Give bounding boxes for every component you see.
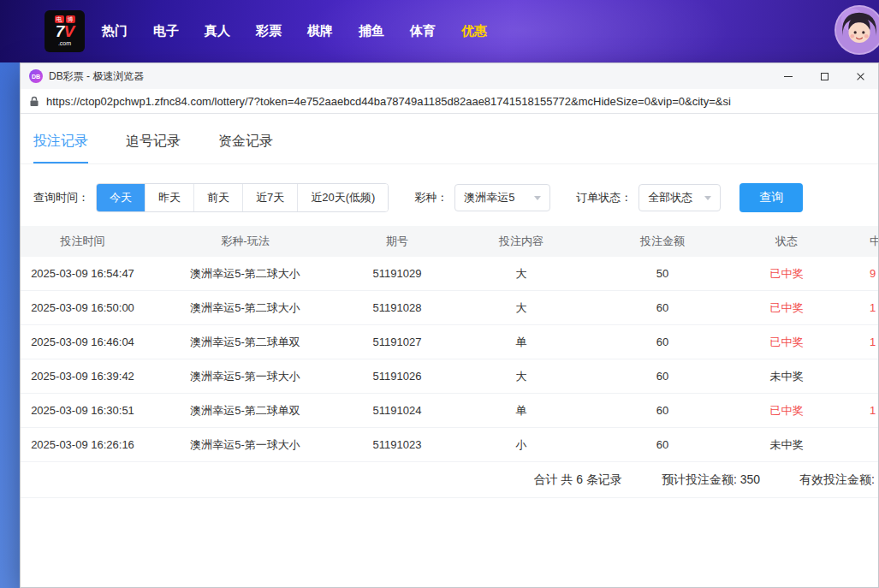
table-row: 2025-03-09 16:54:47 澳洲幸运5-第二球大小 51191029… — [21, 257, 878, 291]
issue-number: 51191026 — [346, 370, 448, 383]
bet-time: 2025-03-09 16:39:42 — [21, 370, 145, 383]
bet-amount: 50 — [594, 267, 731, 280]
summary-valid-amount: 有效投注金额: — [799, 472, 875, 488]
desktop-background: 电 博 7V .com 热门 电子 真人 彩票 棋牌 捕鱼 体育 优惠 — [0, 0, 879, 588]
nav-item-lottery[interactable]: 彩票 — [243, 23, 294, 39]
address-bar[interactable]: https://ctop02pchwp1.zfnc84.com/lottery/… — [21, 89, 878, 114]
status-badge: 未中奖 — [731, 369, 842, 384]
bet-content: 单 — [448, 335, 594, 350]
time-option-today[interactable]: 今天 — [97, 184, 146, 211]
issue-number: 51191023 — [346, 438, 448, 451]
bet-time: 2025-03-09 16:30:51 — [21, 404, 145, 417]
game-type: 澳洲幸运5-第二球单双 — [145, 335, 346, 350]
window-title: DB彩票 - 极速浏览器 — [49, 69, 144, 84]
bet-time: 2025-03-09 16:26:16 — [21, 438, 145, 451]
bet-time: 2025-03-09 16:46:04 — [21, 336, 145, 348]
filter-bar: 查询时间： 今天 昨天 前天 近7天 近20天(低频) 彩种： 澳洲幸运5 订单… — [33, 183, 865, 212]
table-row: 2025-03-09 16:30:51 澳洲幸运5-第二球单双 51191024… — [21, 394, 878, 428]
game-type: 澳洲幸运5-第一球大小 — [145, 369, 346, 384]
table-row: 2025-03-09 16:26:16 澳洲幸运5-第一球大小 51191023… — [21, 428, 878, 462]
nav-item-promo[interactable]: 优惠 — [448, 23, 500, 39]
header-issue: 期号 — [346, 234, 448, 249]
maximize-button[interactable] — [806, 63, 842, 89]
bet-amount: 60 — [594, 336, 731, 348]
bet-time: 2025-03-09 16:50:00 — [21, 301, 145, 314]
game-type: 澳洲幸运5-第二球大小 — [145, 266, 346, 282]
status-badge: 已中奖 — [731, 300, 842, 316]
lottery-filter-label: 彩种： — [414, 190, 448, 205]
summary-total-records: 合计 共 6 条记录 — [534, 472, 622, 488]
nav-item-sports[interactable]: 体育 — [397, 23, 448, 39]
summary-expected-amount: 预计投注金额: 350 — [662, 472, 760, 488]
logo-main-text: 7V — [56, 23, 74, 40]
summary-row: 合计 共 6 条记录 预计投注金额: 350 有效投注金额: — [21, 462, 878, 498]
lock-icon — [29, 96, 39, 107]
chevron-down-icon — [534, 196, 541, 200]
issue-number: 51191027 — [346, 336, 448, 348]
status-selected-value: 全部状态 — [648, 190, 692, 205]
avatar-illustration — [836, 7, 879, 53]
tab-fund-records[interactable]: 资金记录 — [218, 133, 273, 163]
time-option-20days[interactable]: 近20天(低频) — [298, 184, 388, 211]
brand-logo[interactable]: 电 博 7V .com — [45, 10, 85, 52]
tab-chase-records[interactable]: 追号记录 — [126, 133, 181, 163]
order-status-select[interactable]: 全部状态 — [638, 184, 721, 211]
order-status-label: 订单状态： — [576, 190, 632, 205]
issue-number: 51191024 — [346, 404, 448, 417]
avatar[interactable] — [834, 5, 879, 55]
prize-amount: 9 — [842, 267, 878, 280]
nav-item-cards[interactable]: 棋牌 — [294, 23, 346, 39]
lottery-select[interactable]: 澳洲幸运5 — [454, 184, 550, 211]
bet-amount: 60 — [594, 404, 731, 417]
header-game-type: 彩种-玩法 — [145, 234, 346, 249]
page-content: 投注记录 追号记录 资金记录 查询时间： 今天 昨天 前天 近7天 近20天(低… — [21, 114, 878, 587]
bet-content: 单 — [448, 403, 594, 419]
tab-bet-records[interactable]: 投注记录 — [33, 133, 88, 163]
window-titlebar[interactable]: DB DB彩票 - 极速浏览器 — [21, 63, 878, 89]
status-badge: 已中奖 — [731, 403, 842, 419]
game-type: 澳洲幸运5-第一球大小 — [145, 437, 346, 453]
table-row: 2025-03-09 16:50:00 澳洲幸运5-第二球大小 51191028… — [21, 291, 878, 325]
bet-content: 大 — [448, 300, 594, 316]
game-type: 澳洲幸运5-第二球大小 — [145, 300, 346, 316]
issue-number: 51191028 — [346, 301, 448, 314]
window-controls — [770, 63, 878, 89]
logo-suffix: .com — [58, 40, 71, 47]
close-button[interactable] — [842, 63, 878, 89]
nav-item-live[interactable]: 真人 — [192, 23, 243, 39]
time-option-yesterday[interactable]: 昨天 — [146, 184, 194, 211]
table-row: 2025-03-09 16:46:04 澳洲幸运5-第二球单双 51191027… — [21, 325, 878, 359]
status-badge: 未中奖 — [731, 437, 842, 453]
header-status: 状态 — [731, 234, 842, 249]
header-bet-time: 投注时间 — [21, 234, 145, 249]
issue-number: 51191029 — [346, 267, 448, 280]
prize-amount: 1 — [842, 301, 878, 314]
bet-amount: 60 — [594, 438, 731, 451]
prize-amount: 1 — [842, 404, 878, 417]
table-row: 2025-03-09 16:39:42 澳洲幸运5-第一球大小 51191026… — [21, 359, 878, 394]
header-prize: 中奖金额 — [842, 234, 878, 249]
status-badge: 已中奖 — [731, 335, 842, 350]
nav-item-fishing[interactable]: 捕鱼 — [346, 23, 397, 39]
top-nav-menu: 热门 电子 真人 彩票 棋牌 捕鱼 体育 优惠 — [89, 0, 500, 62]
bet-content: 大 — [448, 369, 594, 384]
bet-amount: 60 — [594, 301, 731, 314]
record-tabs: 投注记录 追号记录 资金记录 — [21, 114, 878, 164]
nav-item-slots[interactable]: 电子 — [140, 23, 192, 39]
table-header: 投注时间 彩种-玩法 期号 投注内容 投注金额 状态 中奖金额 — [21, 226, 878, 257]
browser-window: DB DB彩票 - 极速浏览器 https://ctop02pchwp1.zfn… — [20, 62, 879, 588]
chevron-down-icon — [704, 196, 711, 200]
header-bet-content: 投注内容 — [448, 234, 594, 249]
minimize-button[interactable] — [770, 63, 806, 89]
search-button[interactable]: 查询 — [739, 183, 803, 212]
bet-content: 大 — [448, 266, 594, 282]
minimize-icon — [784, 76, 793, 77]
nav-item-hot[interactable]: 热门 — [89, 23, 140, 39]
prize-amount: 1 — [842, 336, 878, 348]
status-badge: 已中奖 — [731, 266, 842, 282]
close-icon — [856, 72, 865, 81]
header-bet-amount: 投注金额 — [594, 234, 731, 249]
time-option-7days[interactable]: 近7天 — [243, 184, 298, 211]
bet-amount: 60 — [594, 370, 731, 383]
time-option-day-before[interactable]: 前天 — [194, 184, 243, 211]
